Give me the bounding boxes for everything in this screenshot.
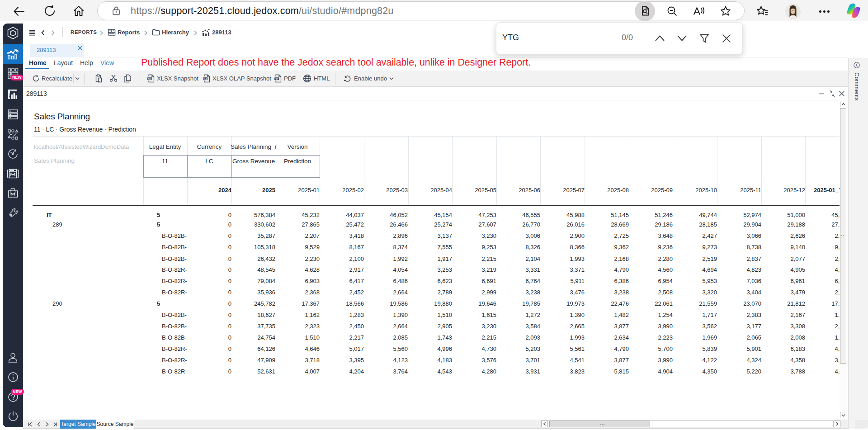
svg-text:XLS: XLS — [203, 78, 208, 80]
svg-text:XLS: XLS — [148, 78, 152, 80]
svg-text:PDF: PDF — [274, 78, 278, 80]
